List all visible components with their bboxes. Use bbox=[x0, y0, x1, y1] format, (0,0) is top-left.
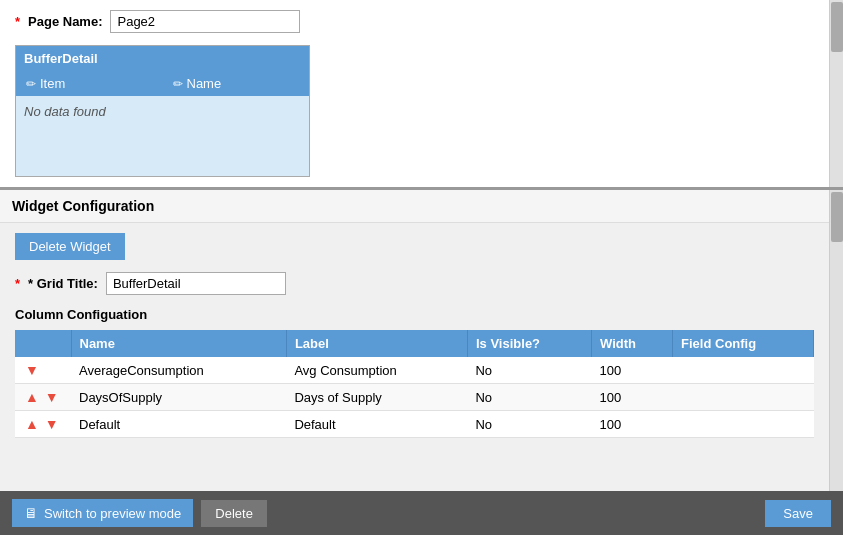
row3-isvisible: No bbox=[467, 411, 591, 438]
grid-preview-title: BufferDetail bbox=[16, 46, 309, 71]
row3-label: Default bbox=[286, 411, 467, 438]
col-header-label: Label bbox=[286, 330, 467, 357]
row3-name: Default bbox=[71, 411, 286, 438]
row1-name: AverageConsumption bbox=[71, 357, 286, 384]
row1-width: 100 bbox=[592, 357, 673, 384]
col-header-name: Name bbox=[71, 330, 286, 357]
table-row: ▼ AverageConsumption Avg Consumption No … bbox=[15, 357, 814, 384]
row2-name: DaysOfSupply bbox=[71, 384, 286, 411]
column-config-title: Column Configuation bbox=[15, 307, 814, 322]
row2-label: Days of Supply bbox=[286, 384, 467, 411]
grid-col-item: ✏ Item bbox=[16, 71, 163, 96]
row3-width: 100 bbox=[592, 411, 673, 438]
save-button[interactable]: Save bbox=[765, 500, 831, 527]
row1-fieldconfig bbox=[673, 357, 814, 384]
pencil-icon-item: ✏ bbox=[26, 77, 36, 91]
row2-fieldconfig bbox=[673, 384, 814, 411]
row3-down-arrow[interactable]: ▼ bbox=[43, 416, 61, 432]
bottom-bar: 🖥 Switch to preview mode Delete Save bbox=[0, 491, 843, 535]
grid-title-label: * Grid Title: bbox=[28, 276, 98, 291]
preview-icon: 🖥 bbox=[24, 505, 38, 521]
table-row: ▲ ▼ Default Default No 100 bbox=[15, 411, 814, 438]
pencil-icon-name: ✏ bbox=[173, 77, 183, 91]
row2-down-arrow[interactable]: ▼ bbox=[43, 389, 61, 405]
row3-fieldconfig bbox=[673, 411, 814, 438]
col-header-arrows bbox=[15, 330, 71, 357]
col-name-label: Name bbox=[187, 76, 222, 91]
row3-up-arrow[interactable]: ▲ bbox=[23, 416, 41, 432]
grid-col-name: ✏ Name bbox=[163, 71, 310, 96]
grid-title-required-star: * bbox=[15, 276, 20, 291]
page-name-label: Page Name: bbox=[28, 14, 102, 29]
top-scrollbar[interactable] bbox=[829, 0, 843, 187]
page-name-row: * Page Name: bbox=[15, 10, 814, 33]
top-section: * Page Name: BufferDetail ✏ Item ✏ Name … bbox=[0, 0, 843, 187]
grid-preview: BufferDetail ✏ Item ✏ Name No data found bbox=[15, 45, 310, 177]
top-scrollbar-thumb bbox=[831, 2, 843, 52]
col-item-label: Item bbox=[40, 76, 65, 91]
row1-arrows: ▼ bbox=[15, 357, 71, 384]
table-header-row: Name Label Is Visible? Width Field Confi… bbox=[15, 330, 814, 357]
required-star: * bbox=[15, 14, 20, 29]
col-header-fieldconfig: Field Config bbox=[673, 330, 814, 357]
grid-empty-message: No data found bbox=[16, 96, 309, 176]
grid-title-input[interactable] bbox=[106, 272, 286, 295]
widget-config-body: Delete Widget * * Grid Title: Column Con… bbox=[0, 223, 843, 491]
row2-isvisible: No bbox=[467, 384, 591, 411]
row1-isvisible: No bbox=[467, 357, 591, 384]
row1-down-arrow[interactable]: ▼ bbox=[23, 362, 41, 378]
widget-config-section: Widget Configuration Delete Widget * * G… bbox=[0, 190, 843, 491]
row2-arrows: ▲ ▼ bbox=[15, 384, 71, 411]
row1-label: Avg Consumption bbox=[286, 357, 467, 384]
table-row: ▲ ▼ DaysOfSupply Days of Supply No 100 bbox=[15, 384, 814, 411]
column-config-table: Name Label Is Visible? Width Field Confi… bbox=[15, 330, 814, 438]
col-header-isvisible: Is Visible? bbox=[467, 330, 591, 357]
switch-preview-label: Switch to preview mode bbox=[44, 506, 181, 521]
delete-button[interactable]: Delete bbox=[201, 500, 267, 527]
delete-widget-button[interactable]: Delete Widget bbox=[15, 233, 125, 260]
bottom-left-actions: 🖥 Switch to preview mode Delete bbox=[12, 499, 267, 527]
middle-scrollbar-thumb bbox=[831, 192, 843, 242]
switch-preview-button[interactable]: 🖥 Switch to preview mode bbox=[12, 499, 193, 527]
row2-up-arrow[interactable]: ▲ bbox=[23, 389, 41, 405]
middle-scrollbar[interactable] bbox=[829, 190, 843, 491]
col-header-width: Width bbox=[592, 330, 673, 357]
grid-title-row: * * Grid Title: bbox=[15, 272, 814, 295]
page-name-input[interactable] bbox=[110, 10, 300, 33]
grid-columns-row: ✏ Item ✏ Name bbox=[16, 71, 309, 96]
row2-width: 100 bbox=[592, 384, 673, 411]
widget-config-header: Widget Configuration bbox=[0, 190, 843, 223]
row3-arrows: ▲ ▼ bbox=[15, 411, 71, 438]
